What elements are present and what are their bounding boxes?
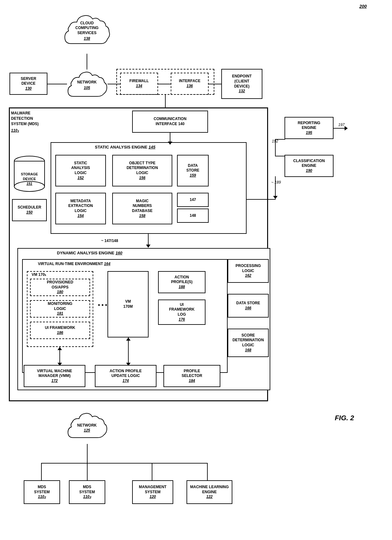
score-determination-ref: 168 [245, 348, 251, 353]
metadata-extraction-box: METADATAEXTRACTIONLOGIC 154 [55, 193, 106, 224]
box-147: 147 [177, 193, 209, 207]
provisioned-os-box: PROVISIONEDOS/APPS 180 [30, 279, 90, 296]
server-device-ref: 130 [25, 86, 32, 91]
score-determination-label: SCOREDETERMINATIONLOGIC [232, 333, 264, 348]
processing-logic-label: PROCESSINGLOGIC [236, 264, 261, 273]
action-profiles-label: ACTIONPROFILE(S) [171, 275, 193, 285]
vm-170m-label: VM170M [123, 299, 133, 309]
cloud-computing-label: CLOUDCOMPUTINGSERVICES [75, 21, 98, 36]
reporting-engine-box: REPORTINGENGINE 195 [285, 117, 334, 139]
ui-framework-log-label: UIFRAMEWORKLOG [169, 302, 195, 317]
management-system-label: MANAGEMENTSYSTEM [139, 485, 166, 494]
data-store-166-box: DATA STORE 166 [228, 294, 269, 318]
communication-interface-box: COMMUNICATIONINTERFACE 140 [132, 111, 208, 133]
line-dyn-to-class [247, 199, 276, 200]
data-store-166-label: DATA STORE [236, 301, 260, 306]
metadata-extraction-label: METADATAEXTRACTIONLOGIC [68, 199, 93, 214]
cloud-computing-ref: 138 [84, 36, 90, 41]
scheduler-box: SCHEDULER 150 [12, 199, 47, 221]
profile-selector-ref: 184 [189, 379, 195, 384]
machine-learning-ref: 122 [206, 494, 212, 500]
monitoring-logic-label: MONITORINGLOGIC [48, 301, 72, 311]
static-engine-label: STATIC ANALYSIS ENGINE 145 [95, 145, 155, 149]
network-125: NETWORK 125 [66, 408, 107, 444]
ref-200: 200 [359, 4, 367, 9]
ref-197: 197 [338, 123, 345, 127]
vmm-box: VIRTUAL MACHINEMANAGER (VMM) 172 [24, 365, 85, 387]
line-n125-down [87, 444, 88, 463]
comm-interface-label: COMMUNICATIONINTERFACE 140 [154, 117, 187, 126]
line-class-down [275, 176, 276, 197]
data-store-159-ref: 159 [190, 173, 196, 178]
ref-147-148: ~ 147/148 [101, 239, 118, 243]
arrowhead-up-2 [126, 337, 131, 341]
processing-logic-box: PROCESSINGLOGIC 162 [228, 259, 269, 283]
line-down-mds2 [41, 463, 42, 480]
endpoint-ref: 132 [239, 89, 245, 94]
magic-numbers-ref: 158 [139, 214, 145, 219]
arrow-cloud-network [87, 54, 87, 70]
static-analysis-logic-label: STATICANALYSISLOGIC [71, 161, 90, 176]
line-n125-mds2 [41, 463, 88, 464]
object-type-ref: 156 [139, 176, 145, 181]
ui-framework-log-ref: 176 [179, 317, 185, 322]
line-down-ml [207, 463, 208, 480]
mds-ref: 110₁ [11, 128, 19, 133]
action-profile-update-label: ACTION PROFILEUPDATE LOGIC [110, 369, 142, 379]
object-type-label: OBJECT TYPEDETERMINATIONLOGIC [126, 161, 158, 176]
svg-text:151: 151 [27, 182, 32, 185]
line-server-network [47, 84, 67, 84]
magic-numbers-db-box: MAGICNUMBERSDATABASE 158 [112, 193, 172, 224]
line-down-mgmt [152, 463, 152, 480]
network-105-ref: 105 [84, 86, 90, 91]
action-profile-update-ref: 174 [122, 379, 129, 384]
arrowhead-up [58, 347, 62, 350]
line-192-to-report [275, 139, 285, 140]
server-device-box: SERVERDEVICE 130 [9, 73, 47, 95]
data-store-159-label: DATASTORE [186, 163, 199, 173]
profile-selector-box: PROFILESELECTOR 184 [163, 365, 220, 387]
mds-system-2-ref: 110₂ [38, 494, 46, 500]
data-store-166-ref: 166 [245, 306, 251, 311]
vm-170-1-label: VM 170₁ [32, 272, 46, 277]
action-profile-update-box: ACTION PROFILEUPDATE LOGIC 174 [95, 365, 156, 387]
network-105-label: NETWORK [77, 80, 97, 85]
management-system-box: MANAGEMENTSYSTEM 120 [132, 480, 173, 504]
provisioned-os-ref: 180 [57, 290, 63, 295]
provisioned-os-label: PROVISIONEDOS/APPS [47, 280, 73, 290]
vmm-label: VIRTUAL MACHINEMANAGER (VMM) [37, 369, 72, 379]
mds-system-2-box: MDSSYSTEM 110₂ [24, 480, 60, 504]
arrow-down-to-mds [165, 95, 166, 109]
arrowhead-right [345, 126, 348, 130]
static-analysis-logic-box: STATICANALYSISLOGIC 152 [55, 155, 106, 186]
scheduler-ref: 150 [26, 210, 33, 215]
box-148-label: 148 [190, 213, 196, 218]
metadata-extraction-ref: 154 [77, 214, 84, 219]
reporting-engine-label: REPORTINGENGINE [298, 121, 320, 130]
classification-engine-ref: 190 [306, 168, 312, 173]
action-profiles-box: ACTIONPROFILE(S) 188 [158, 271, 205, 293]
storage-device: STORAGE DEVICE 151 [12, 155, 47, 193]
fig-label: FIG. 2 [335, 414, 354, 422]
vmm-ref: 172 [51, 379, 58, 384]
vm-170m-box: VM170M [107, 271, 149, 337]
virtual-runtime-label: VIRTUAL RUN-TIME ENVIRONMENT 164 [38, 262, 110, 266]
ellipsis: • • • [98, 302, 107, 308]
mds-system-3-label: MDSSYSTEM [79, 485, 95, 494]
object-type-determination-box: OBJECT TYPEDETERMINATIONLOGIC 156 [112, 155, 172, 186]
network-105: NETWORK 105 [66, 68, 107, 103]
monitoring-logic-box: MONITORINGLOGIC 181 [30, 300, 90, 318]
classification-engine-box: CLASSIFICATIONENGINE 190 [285, 155, 334, 177]
ui-framework-186-box: UI FRAMEWORK 186 [30, 322, 90, 339]
arrow-vm170m-apu [128, 337, 129, 364]
action-profiles-ref: 188 [179, 285, 185, 290]
network-125-label: NETWORK [77, 423, 97, 428]
server-device-label: SERVERDEVICE [21, 76, 36, 86]
ref-192: 192 [272, 139, 278, 143]
cloud-computing-services: CLOUDCOMPUTINGSERVICES 138 [62, 3, 112, 56]
dynamic-engine-label: DYNAMIC ANALYSIS ENGINE 160 [57, 251, 122, 255]
arrowhead-class-down [273, 196, 278, 199]
arrow-reporting-right [334, 128, 346, 129]
ui-framework-186-label: UI FRAMEWORK [45, 325, 75, 331]
machine-learning-label: MACHINE LEARNINGENGINE [190, 485, 229, 494]
